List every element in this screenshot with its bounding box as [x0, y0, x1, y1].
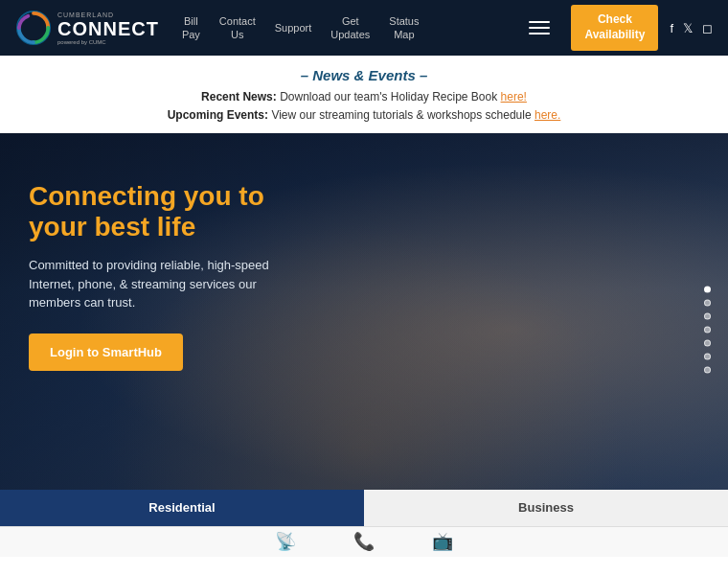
bottom-strip: 📡 📞 📺 [0, 526, 728, 557]
dot-5[interactable] [704, 339, 711, 346]
tab-residential[interactable]: Residential [0, 490, 364, 526]
upcoming-events-link[interactable]: here. [535, 108, 560, 122]
dot-4[interactable] [704, 326, 711, 333]
logo-icon [15, 10, 52, 46]
login-smarthub-button[interactable]: Login to SmartHub [29, 334, 183, 371]
logo-cumberland: CUMBERLAND [57, 12, 159, 18]
social-links: f 𝕏 ◻ [670, 21, 713, 35]
recent-news-link[interactable]: here! [501, 90, 527, 104]
dot-1[interactable] [704, 286, 711, 292]
header: CUMBERLAND CONNECT powered by CUMC BillP… [0, 0, 728, 56]
dot-2[interactable] [704, 299, 711, 306]
logo-connect: CONNECT [57, 18, 159, 39]
service-tabs: Residential Business [0, 490, 728, 526]
news-banner: – News & Events – Recent News: Download … [0, 56, 728, 133]
news-events-title: – News & Events – [301, 67, 428, 83]
nav-get-updates[interactable]: GetUpdates [323, 11, 377, 46]
nav-support[interactable]: Support [267, 17, 320, 38]
hamburger-icon [529, 21, 550, 34]
strip-icon-3: 📺 [432, 531, 453, 552]
logo[interactable]: CUMBERLAND CONNECT powered by CUMC [15, 10, 159, 46]
hero-heading: Connecting you toyour best life [29, 181, 297, 242]
nav-status-map[interactable]: StatusMap [381, 11, 426, 46]
twitter-icon[interactable]: 𝕏 [683, 21, 693, 35]
facebook-icon[interactable]: f [670, 21, 673, 35]
check-availability-button[interactable]: CheckAvailability [571, 5, 658, 50]
strip-icon-1: 📡 [275, 531, 296, 552]
upcoming-events-label: Upcoming Events: [168, 108, 268, 122]
hero-subtext: Committed to providing reliable, high-sp… [29, 256, 297, 312]
hamburger-button[interactable] [519, 15, 559, 40]
nav-contact-us[interactable]: ContactUs [212, 11, 263, 46]
tab-business[interactable]: Business [364, 490, 728, 526]
recent-news-line: Recent News: Download our team's Holiday… [19, 88, 709, 106]
hero-section: Connecting you toyour best life Committe… [0, 133, 728, 526]
recent-news-text: Download our team's Holiday Recipe Book [280, 90, 500, 104]
logo-text: CUMBERLAND CONNECT powered by CUMC [57, 12, 159, 45]
logo-powered: powered by CUMC [57, 39, 159, 45]
upcoming-events-line: Upcoming Events: View our streaming tuto… [19, 106, 709, 125]
upcoming-events-text: View our streaming tutorials & workshops… [271, 108, 535, 122]
news-title: – News & Events – [19, 63, 709, 88]
main-nav: BillPay ContactUs Support GetUpdates Sta… [174, 11, 520, 46]
dot-7[interactable] [704, 366, 711, 373]
strip-icon-2: 📞 [353, 531, 375, 552]
recent-news-label: Recent News: [201, 90, 277, 104]
nav-bill-pay[interactable]: BillPay [174, 11, 208, 46]
slide-dots [704, 286, 711, 373]
hero-content: Connecting you toyour best life Committe… [29, 181, 297, 371]
instagram-icon[interactable]: ◻ [702, 21, 713, 35]
dot-6[interactable] [704, 353, 711, 359]
dot-3[interactable] [704, 312, 711, 319]
